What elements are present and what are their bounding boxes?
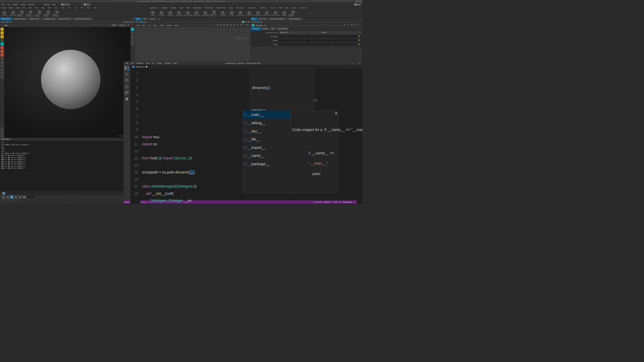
shelf-tab[interactable]: Terr... <box>86 7 92 10</box>
search-icon[interactable]: 🔍 <box>351 24 354 27</box>
shelf-tool[interactable]: List Objs <box>0 10 9 17</box>
run-icon[interactable]: ▷ <box>349 65 354 69</box>
pointer-icon[interactable]: ↗ <box>95 24 97 26</box>
path-text[interactable]: obj <box>144 21 146 23</box>
shelf-tab[interactable]: Viscous Fluids <box>215 7 227 10</box>
desktop-chooser-right[interactable]: Main <box>353 3 361 6</box>
tool-sep3-icon[interactable] <box>1 135 4 138</box>
split-icon[interactable]: □ <box>354 65 358 69</box>
pane-drop-icon[interactable]: ▾ <box>360 17 362 20</box>
tab-misc[interactable]: Misc <box>270 27 277 31</box>
tab-close-icon[interactable]: × <box>10 18 11 20</box>
source-control-icon[interactable] <box>125 78 129 82</box>
net-menu-item[interactable]: Add <box>136 24 141 26</box>
shelf-tab[interactable]: Fluid Conta... <box>235 7 246 10</box>
pane-add-icon[interactable]: + <box>358 17 360 20</box>
shelf-tool[interactable]: Attributes Manager <box>44 10 53 17</box>
pane-add-tab[interactable]: + <box>157 17 161 20</box>
shelf-tab[interactable]: Modify <box>7 7 14 10</box>
tool-brush-icon[interactable] <box>1 57 4 60</box>
shelf-tab[interactable]: Con... <box>60 7 67 10</box>
shelf-tab[interactable]: Mus... <box>46 7 53 10</box>
tab-close-icon[interactable]: × <box>285 18 286 20</box>
autocomplete-item[interactable]: __main__ <box>243 111 290 119</box>
tool-box-icon[interactable] <box>1 35 4 38</box>
editor-tab-attribman[interactable]: attribman.py <box>130 65 149 69</box>
tool-scale-icon[interactable] <box>1 54 4 57</box>
vsc-menu-edit[interactable]: Edit <box>130 62 135 64</box>
tool-c-icon[interactable] <box>1 72 4 75</box>
debug-icon[interactable] <box>125 85 129 89</box>
playhead[interactable]: 1 <box>3 192 5 195</box>
pane-tab[interactable]: /mat× <box>142 17 149 20</box>
search-icon[interactable] <box>125 72 129 76</box>
shelf-tool[interactable]: GI Light <box>227 10 236 17</box>
shelf-tab[interactable]: Clo... <box>92 7 98 10</box>
shelf-tool[interactable]: Distant Light <box>201 10 210 17</box>
autocomplete-item[interactable]: __name__ <box>243 152 290 160</box>
shelf-tab[interactable]: Drive Simul... <box>298 7 309 10</box>
shelf-tab[interactable]: Grains <box>178 7 185 10</box>
disp-e-icon[interactable] <box>131 42 134 46</box>
tab-redshift[interactable]: Redshift OBJ <box>276 27 289 31</box>
vscode-code-area[interactable]: 123456789101112131415161718 import houim… <box>130 69 362 204</box>
tab-close-icon[interactable]: × <box>147 18 148 20</box>
tool-sep1-icon[interactable] <box>1 127 4 130</box>
pane-tab[interactable]: Motion FX View× <box>58 17 73 20</box>
disp-b-icon[interactable] <box>131 31 134 34</box>
rotate-icon[interactable]: ↻ <box>98 24 101 26</box>
net-menu-item[interactable]: Help <box>173 24 179 26</box>
net-menu-item[interactable]: Tools <box>159 24 165 26</box>
first-frame-button[interactable]: |◀ <box>2 195 5 199</box>
tool-select-icon[interactable] <box>1 28 4 31</box>
find-icon[interactable] <box>245 21 247 23</box>
net-flag-icon[interactable]: ⚑ <box>237 24 239 26</box>
tool-d-icon[interactable] <box>1 75 4 78</box>
shelf-tab[interactable]: Def... <box>27 7 34 10</box>
menu-windows[interactable]: Windows <box>27 3 36 6</box>
tab-close-icon[interactable]: × <box>70 18 71 20</box>
back-icon[interactable] <box>1 21 3 23</box>
autocomplete-item[interactable]: __doc__ <box>243 127 290 135</box>
shelf-tab[interactable]: Hai... <box>67 7 73 10</box>
vsc-menu-go[interactable]: Go <box>151 62 155 64</box>
pane-tab[interactable]: Composite View× <box>42 17 57 20</box>
pin-icon[interactable] <box>123 21 125 23</box>
shelf-tool[interactable]: Volume Light <box>192 10 201 17</box>
tab-render[interactable]: Render <box>261 27 270 31</box>
shelf-tool[interactable]: Stereo Camera <box>271 10 280 17</box>
shelf-tab[interactable]: Collisions <box>160 7 170 10</box>
shelf-drop[interactable]: ▾ <box>102 7 106 10</box>
sz-input[interactable] <box>332 43 358 46</box>
path-text[interactable]: obj <box>9 21 11 23</box>
close-icon[interactable] <box>360 0 362 2</box>
help-icon[interactable]: ? <box>131 24 134 26</box>
explorer-icon[interactable] <box>125 66 129 70</box>
home-icon[interactable]: ⌂ <box>1 24 3 26</box>
shelf-tool[interactable]: Camera <box>148 10 157 17</box>
tool-view-icon[interactable] <box>1 42 4 46</box>
tab-close-icon[interactable]: × <box>55 18 56 20</box>
pane-tab[interactable]: Animation Editor× <box>13 17 28 20</box>
ry-input[interactable] <box>305 39 331 42</box>
vsc-minimize-icon[interactable]: — <box>344 62 350 65</box>
shelf-tool[interactable]: VR Camera <box>262 10 271 17</box>
lock-t-icon[interactable]: 🔒 <box>358 35 361 38</box>
tab-close-icon[interactable]: × <box>255 18 256 20</box>
pane-add-icon[interactable]: + <box>130 17 132 20</box>
autocomplete-item[interactable]: __debug__ <box>243 119 290 127</box>
layout2-icon[interactable] <box>248 21 250 23</box>
shelf-tool[interactable]: Ambient Light <box>254 10 262 17</box>
net-tag-icon[interactable]: ▣ <box>230 24 233 26</box>
shelf-tab[interactable]: Oceans <box>227 7 235 10</box>
pane-tab[interactable]: Take List× <box>258 17 268 20</box>
tool-lasso-icon[interactable] <box>1 31 4 34</box>
last-frame-button[interactable]: ▶▶ <box>23 195 26 199</box>
autocomplete-item[interactable]: __import__ <box>243 143 290 152</box>
shelf-tab[interactable]: Create <box>0 7 7 10</box>
shelf-tool[interactable]: Caustic Light <box>236 10 245 17</box>
tool-b-icon[interactable] <box>1 68 4 71</box>
pane-tab[interactable]: /obj× <box>135 17 142 20</box>
menu-redshift[interactable]: Redshift <box>43 3 51 6</box>
minimap[interactable] <box>356 69 362 204</box>
